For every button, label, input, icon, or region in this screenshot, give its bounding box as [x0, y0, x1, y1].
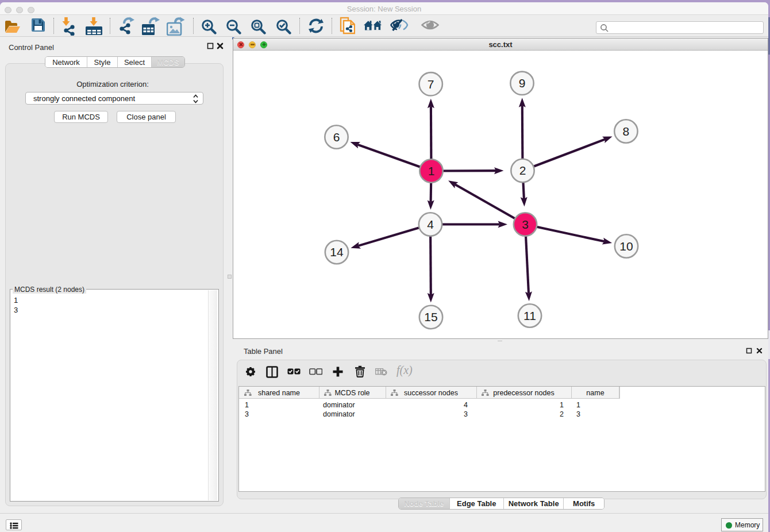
- svg-text:9: 9: [519, 76, 526, 90]
- svg-text:6: 6: [333, 130, 340, 144]
- svg-text:8: 8: [623, 125, 630, 138]
- svg-text:15: 15: [424, 310, 437, 323]
- svg-text:14: 14: [330, 245, 344, 259]
- svg-text:11: 11: [523, 309, 536, 322]
- svg-text:10: 10: [619, 240, 633, 253]
- svg-text:1: 1: [428, 164, 435, 178]
- svg-text:3: 3: [522, 218, 529, 231]
- svg-text:2: 2: [519, 164, 526, 177]
- svg-text:4: 4: [427, 218, 434, 231]
- svg-text:7: 7: [428, 78, 434, 91]
